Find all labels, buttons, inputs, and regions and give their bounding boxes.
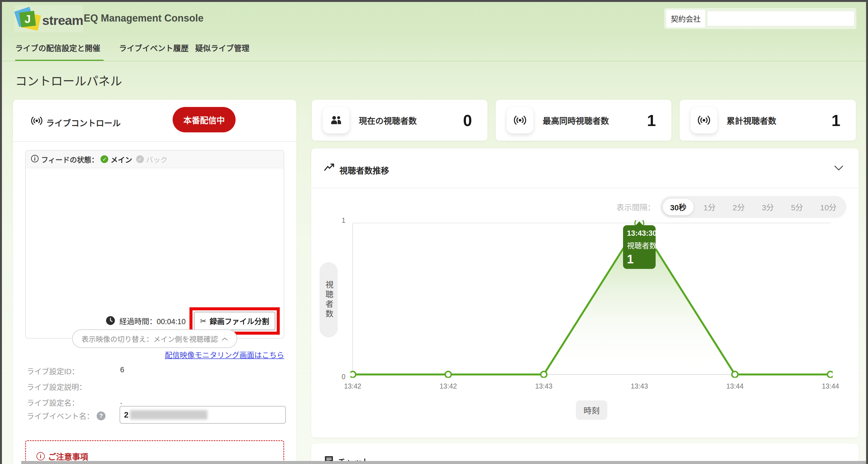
- divider: [311, 187, 859, 188]
- nav-divider: [2, 61, 868, 61]
- tooltip-time: 13:43:30: [627, 229, 652, 238]
- chart-tooltip: 13:43:30 視聴者数 1: [623, 225, 656, 269]
- contract-company-label: 契約会社: [666, 10, 705, 27]
- live-event-name-input[interactable]: 2: [120, 406, 286, 424]
- x-axis-labels: 13:4213:4213:4313:4313:4413:44: [350, 382, 833, 393]
- y-tick-1: 1: [335, 216, 345, 224]
- notice-box: i ご注意事項 ※ ライブ配信開始前に、必ず設定内容が正しいかご確認ください。: [25, 440, 284, 464]
- tooltip-label: 視聴者数: [627, 240, 652, 251]
- warning-info-icon: i: [36, 452, 45, 460]
- contract-company-box: 契約会社: [664, 8, 857, 29]
- x-tick: 13:43: [535, 382, 553, 390]
- info-icon: [31, 154, 39, 164]
- scissors-icon: ✂: [200, 317, 206, 325]
- total-viewers-label: 累計視聴者数: [726, 100, 776, 141]
- tab-pseudo-live[interactable]: 疑似ライブ管理: [195, 42, 249, 53]
- contract-company-input[interactable]: [707, 11, 854, 26]
- page-title: コントロールパネル: [15, 71, 122, 89]
- chevron-down-icon[interactable]: [834, 165, 844, 172]
- monitoring-screen-link[interactable]: 配信映像モニタリング画面はこちら: [165, 349, 284, 360]
- peak-concurrent-viewers-label: 最高同時視聴者数: [543, 100, 609, 141]
- notice-title: ご注意事項: [48, 451, 88, 462]
- broadcast-icon: [507, 107, 533, 134]
- x-tick: 13:44: [726, 382, 744, 390]
- app-window: J stream EQ Management Console 契約会社 ライブの…: [0, 0, 868, 464]
- current-viewers-label: 現在の視聴者数: [359, 100, 417, 141]
- current-viewers-card: 現在の視聴者数 0: [312, 100, 488, 141]
- interval-2m-button[interactable]: 2分: [725, 199, 752, 215]
- live-setting-id-label: ライブ設定ID：: [27, 366, 79, 376]
- viewer-trend-plot: 13:43:30 視聴者数 1: [350, 220, 833, 378]
- live-control-card: ライブコントロール 本番配信中 フィードの状態： ✓ メイン ✓ バック 経過時…: [13, 100, 296, 464]
- horizontal-scrollbar[interactable]: [21, 461, 866, 464]
- split-recording-button[interactable]: ✂ 録画ファイル分割: [194, 312, 275, 330]
- live-status-badge: 本番配信中: [173, 107, 236, 133]
- x-tick: 13:43: [631, 382, 648, 390]
- live-setting-desc-label: ライブ設定説明：: [27, 381, 87, 392]
- chevron-up-icon: [222, 335, 228, 343]
- backup-feed-check-icon: ✓: [136, 155, 144, 163]
- divider: [13, 141, 296, 142]
- interval-label: 表示間隔：: [616, 201, 655, 212]
- interval-10m-button[interactable]: 10分: [813, 199, 844, 215]
- x-tick: 13:42: [440, 382, 457, 390]
- viewer-trend-title: 視聴者数推移: [339, 164, 389, 176]
- y-tick-0: 0: [335, 373, 345, 381]
- x-tick: 13:44: [822, 382, 839, 390]
- people-icon: [323, 107, 349, 134]
- video-preview-box: フィードの状態： ✓ メイン ✓ バック 経過時間：00:04:10 ✂ 録画フ…: [25, 150, 284, 339]
- interval-selector: 表示間隔： 30秒 1分 2分 3分 5分 10分: [616, 196, 846, 218]
- app-title: EQ Management Console: [84, 12, 204, 24]
- viewer-trend-card: 視聴者数推移 表示間隔： 30秒 1分 2分 3分 5分 10分 視聴者数 1 …: [311, 148, 859, 437]
- elapsed-time-value: 00:04:10: [157, 318, 186, 326]
- total-viewers-card: 累計視聴者数 1: [680, 100, 856, 141]
- main-feed-label: メイン: [111, 154, 132, 165]
- peak-concurrent-viewers-value: 1: [647, 100, 656, 141]
- jstream-logo-icon: J: [14, 5, 42, 32]
- main-feed-check-icon: ✓: [100, 155, 108, 163]
- feed-status-bar: フィードの状態： ✓ メイン ✓ バック: [26, 151, 284, 168]
- interval-5m-button[interactable]: 5分: [784, 199, 810, 215]
- live-setting-id-value: 6: [120, 366, 124, 374]
- line-chart: [350, 220, 833, 378]
- redacted-text-blur: [130, 410, 208, 419]
- y-axis-label: 視聴者数: [319, 262, 338, 338]
- backup-feed-label: バック: [146, 154, 167, 165]
- interval-1m-button[interactable]: 1分: [696, 199, 723, 215]
- clock-icon: [105, 316, 116, 327]
- tooltip-value: 1: [627, 252, 652, 266]
- x-axis-label: 時刻: [576, 401, 607, 420]
- current-viewers-value: 0: [463, 100, 472, 141]
- elapsed-time: 経過時間：00:04:10: [119, 316, 186, 326]
- live-control-title: ライブコントロール: [46, 116, 121, 128]
- tab-live-event-history[interactable]: ライブイベント履歴: [119, 42, 189, 53]
- total-viewers-value: 1: [832, 100, 840, 141]
- peak-concurrent-viewers-card: 最高同時視聴者数 1: [496, 100, 671, 141]
- logo-brand-text: stream: [42, 13, 83, 28]
- trending-up-icon: [324, 163, 335, 173]
- interval-button-group: 30秒 1分 2分 3分 5分 10分: [660, 196, 846, 218]
- live-setting-name-value: .: [120, 397, 122, 406]
- broadcast-icon: [691, 107, 717, 134]
- help-icon[interactable]: ?: [97, 411, 105, 420]
- interval-30s-button[interactable]: 30秒: [663, 199, 693, 215]
- live-event-name-label: ライブイベント名： ?: [27, 410, 105, 421]
- tab-live-broadcast-settings[interactable]: ライブの配信設定と開催: [15, 42, 100, 53]
- feed-status-label: フィードの状態：: [41, 154, 98, 165]
- display-switch-toggle[interactable]: 表示映像の切り替え：メイン側を視聴確認: [72, 329, 237, 348]
- x-tick: 13:42: [344, 382, 362, 390]
- jstream-logo: J stream: [14, 5, 83, 32]
- live-setting-name-label: ライブ設定名：: [27, 397, 79, 408]
- broadcast-icon: [31, 116, 43, 127]
- interval-3m-button[interactable]: 3分: [755, 199, 781, 215]
